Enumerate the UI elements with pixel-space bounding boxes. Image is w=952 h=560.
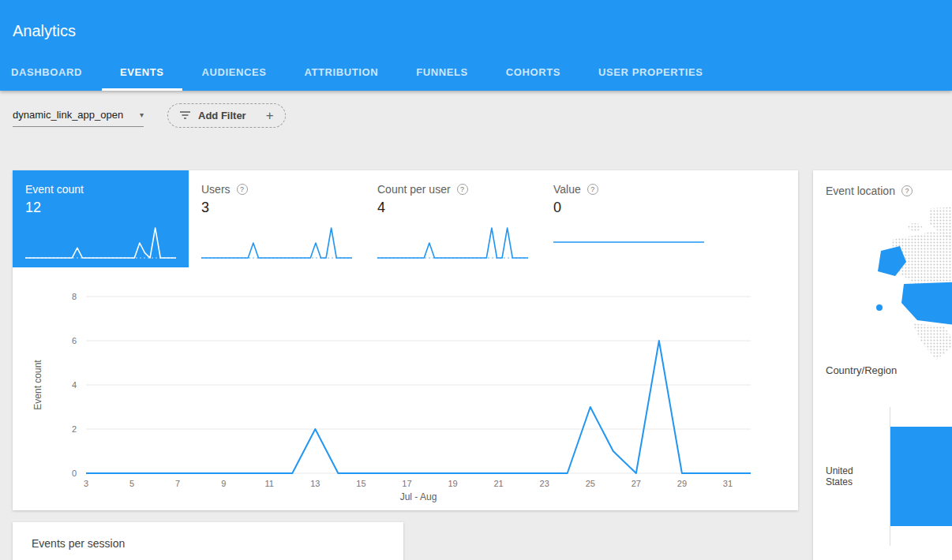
svg-text:6: 6 bbox=[72, 336, 77, 345]
svg-text:3: 3 bbox=[84, 479, 88, 488]
svg-text:7: 7 bbox=[175, 479, 180, 488]
tab-user-properties[interactable]: USER PROPERTIES bbox=[598, 53, 703, 91]
svg-text:31: 31 bbox=[723, 479, 733, 488]
event-selector-value: dynamic_link_app_open bbox=[13, 109, 123, 121]
app-header: Analytics DASHBOARDEVENTSAUDIENCESATTRIB… bbox=[0, 0, 952, 91]
svg-text:4: 4 bbox=[72, 380, 77, 390]
help-icon[interactable]: ? bbox=[901, 185, 913, 196]
add-filter-label: Add Filter bbox=[198, 110, 246, 121]
svg-text:13: 13 bbox=[310, 479, 320, 488]
svg-text:25: 25 bbox=[586, 479, 595, 488]
metric-tile-users[interactable]: Users?3 bbox=[189, 170, 365, 267]
metric-tiles: Event count12Users?3Count per user?4Valu… bbox=[13, 170, 717, 267]
event-location-card: Event location ? Country/Region United S… bbox=[813, 170, 952, 560]
map-region-mexico bbox=[913, 323, 952, 360]
metric-sparkline bbox=[377, 223, 528, 261]
event-location-title: Event location ? bbox=[826, 185, 913, 197]
metric-value: 3 bbox=[201, 200, 352, 216]
map-region-arctic-island bbox=[908, 223, 922, 231]
svg-text:Jul - Aug: Jul - Aug bbox=[400, 491, 437, 502]
help-icon[interactable]: ? bbox=[457, 184, 468, 195]
svg-text:17: 17 bbox=[402, 479, 411, 488]
svg-text:0: 0 bbox=[72, 469, 77, 478]
svg-text:5: 5 bbox=[129, 479, 134, 488]
metric-tile-value[interactable]: Value?0 bbox=[541, 170, 717, 267]
tab-events[interactable]: EVENTS bbox=[120, 53, 164, 91]
event-selector-dropdown[interactable]: dynamic_link_app_open ▾ bbox=[13, 103, 144, 127]
metric-label: Count per user bbox=[377, 183, 451, 196]
event-location-title-text: Event location bbox=[826, 185, 895, 197]
page-title: Analytics bbox=[13, 22, 76, 40]
svg-text:27: 27 bbox=[632, 479, 641, 488]
event-location-map bbox=[860, 207, 952, 364]
svg-text:19: 19 bbox=[448, 479, 457, 488]
tab-bar: DASHBOARDEVENTSAUDIENCESATTRIBUTIONFUNNE… bbox=[11, 53, 703, 91]
metric-tile-event-count[interactable]: Event count12 bbox=[13, 170, 189, 267]
metric-sparkline bbox=[25, 223, 176, 261]
chevron-down-icon: ▾ bbox=[140, 110, 144, 119]
svg-text:21: 21 bbox=[493, 479, 503, 488]
svg-text:8: 8 bbox=[72, 292, 77, 301]
svg-text:23: 23 bbox=[540, 479, 549, 488]
metric-label: Value bbox=[553, 183, 581, 196]
tab-attribution[interactable]: ATTRIBUTION bbox=[305, 53, 379, 91]
metric-sparkline bbox=[553, 223, 704, 261]
metric-label: Event count bbox=[25, 183, 84, 196]
country-region-label: Country/Region bbox=[826, 364, 897, 376]
country-name: United States bbox=[826, 407, 890, 546]
metric-tile-count-per-user[interactable]: Count per user?4 bbox=[365, 170, 541, 267]
location-bars: United States bbox=[826, 407, 952, 546]
events-per-session-title: Events per session bbox=[32, 537, 125, 550]
help-icon[interactable]: ? bbox=[587, 184, 598, 195]
tab-funnels[interactable]: FUNNELS bbox=[416, 53, 468, 91]
svg-text:29: 29 bbox=[677, 479, 687, 488]
help-icon[interactable]: ? bbox=[237, 184, 248, 195]
map-region-united-states bbox=[901, 281, 952, 325]
metric-label: Users bbox=[201, 183, 231, 196]
events-per-session-card: Events per session bbox=[13, 522, 403, 560]
svg-text:11: 11 bbox=[265, 479, 274, 488]
plus-icon: + bbox=[266, 108, 274, 124]
svg-text:15: 15 bbox=[356, 479, 365, 488]
country-row: United States bbox=[826, 407, 952, 546]
metric-value: 4 bbox=[377, 200, 528, 216]
event-metrics-card: Event count12Users?3Count per user?4Valu… bbox=[13, 170, 798, 510]
filter-icon bbox=[179, 109, 191, 123]
add-filter-button[interactable]: Add Filter + bbox=[167, 103, 286, 128]
tab-dashboard[interactable]: DASHBOARD bbox=[11, 53, 82, 91]
tab-audiences[interactable]: AUDIENCES bbox=[202, 53, 267, 91]
svg-text:Event count: Event count bbox=[32, 360, 43, 410]
country-bar[interactable] bbox=[890, 427, 952, 526]
svg-text:9: 9 bbox=[221, 479, 226, 488]
tab-cohorts[interactable]: COHORTS bbox=[506, 53, 560, 91]
map-region-hawaii bbox=[876, 304, 883, 311]
bar-track bbox=[890, 407, 952, 546]
svg-text:2: 2 bbox=[72, 424, 77, 434]
metric-value: 0 bbox=[553, 200, 704, 216]
metric-sparkline bbox=[201, 223, 352, 261]
metric-value: 12 bbox=[25, 200, 176, 216]
main-chart: 0246835791113151719212325272931Event cou… bbox=[13, 284, 798, 510]
